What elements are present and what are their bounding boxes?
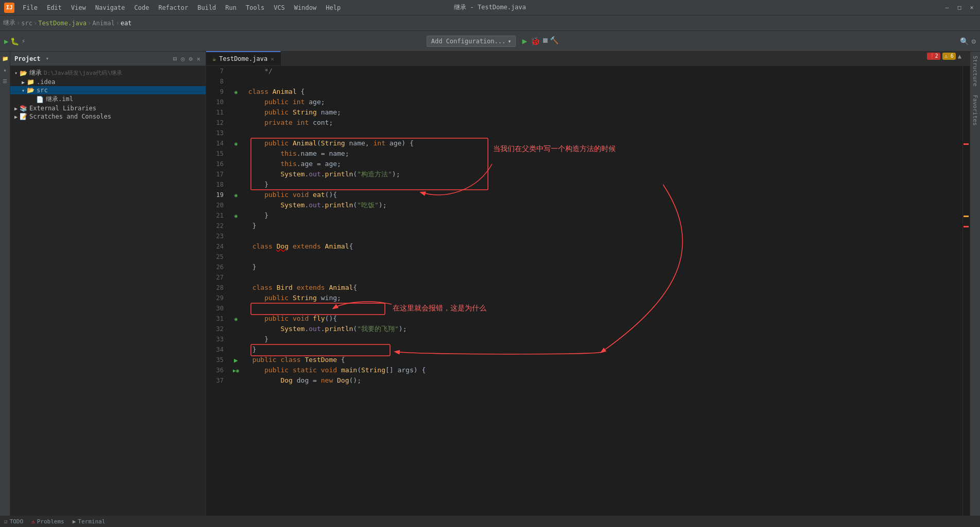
menu-window[interactable]: Window bbox=[290, 3, 320, 12]
breadcrumb-src[interactable]: src bbox=[21, 20, 32, 27]
dropdown-arrow-icon[interactable]: ▾ bbox=[46, 55, 49, 62]
window-title: 继承 - TestDome.java bbox=[454, 3, 526, 12]
debug-icon[interactable]: 🐛 bbox=[10, 37, 19, 45]
menu-build[interactable]: Build bbox=[193, 3, 220, 12]
code-line-28: class Bird extends Animal{ bbox=[244, 283, 962, 293]
project-icon[interactable]: 📁 bbox=[1, 54, 10, 63]
gutter-14[interactable]: ◉ bbox=[232, 138, 240, 149]
menu-help[interactable]: Help bbox=[322, 3, 345, 12]
tree-root[interactable]: ▾ 📂 继承 D:\Java研发\java代码\继承 bbox=[10, 68, 206, 78]
navigation-bar: 继承 › src › TestDome.java › Animal › eat bbox=[0, 15, 980, 31]
gutter-25 bbox=[232, 252, 240, 262]
code-line-10: public int age; bbox=[244, 97, 962, 107]
maximize-button[interactable]: □ bbox=[955, 4, 964, 12]
menu-navigate[interactable]: Navigate bbox=[91, 3, 129, 12]
code-line-9: class Animal { bbox=[244, 87, 962, 97]
gutter-23 bbox=[232, 231, 240, 241]
title-bar-left: IJ File Edit View Navigate Code Refactor… bbox=[4, 3, 345, 13]
expand-errors-icon[interactable]: ▲ bbox=[958, 53, 961, 60]
tree-iml-file[interactable]: 📄 继承.iml bbox=[10, 94, 206, 104]
gutter-30 bbox=[232, 303, 240, 314]
tree-idea-folder[interactable]: ▶ 📁 .idea bbox=[10, 78, 206, 86]
main-layout: 📁 ★ ☰ Project ▾ ⊟ ◎ ⚙ ✕ ▾ 📂 继承 D:\Java研发… bbox=[0, 52, 980, 516]
gear-icon[interactable]: ⚙ bbox=[188, 54, 194, 63]
menu-refactor[interactable]: Refactor bbox=[154, 3, 192, 12]
app-icon: IJ bbox=[4, 3, 14, 13]
line-num-22: 22 bbox=[206, 221, 228, 231]
tab-close-icon[interactable]: ✕ bbox=[271, 56, 274, 62]
locate-icon[interactable]: ◎ bbox=[180, 54, 185, 63]
run-icon[interactable]: ▶ bbox=[4, 37, 8, 45]
close-button[interactable]: ✕ bbox=[968, 4, 976, 12]
code-line-8 bbox=[244, 76, 962, 87]
breadcrumb-method[interactable]: eat bbox=[121, 20, 132, 27]
menu-edit[interactable]: Edit bbox=[43, 3, 66, 12]
run-config-dropdown[interactable]: Add Configuration... ▾ bbox=[427, 36, 516, 47]
breadcrumb-root[interactable]: 继承 bbox=[3, 19, 15, 27]
error-count-badge: ❗2 bbox=[927, 53, 940, 60]
build-button[interactable]: 🔨 bbox=[550, 36, 559, 46]
problems-tab[interactable]: ⚠ Problems bbox=[31, 518, 64, 525]
code-line-36: public static void main(String[] args) { bbox=[244, 365, 962, 375]
panel-icons: ⊟ ◎ ⚙ ✕ bbox=[172, 54, 201, 63]
gutter-35[interactable]: ▶ bbox=[232, 355, 240, 365]
favorites-tab[interactable]: Favorites bbox=[970, 91, 980, 130]
line-num-21: 21 bbox=[206, 210, 228, 221]
menu-bar: File Edit View Navigate Code Refactor Bu… bbox=[19, 3, 345, 12]
code-line-29: public String wing; bbox=[244, 293, 962, 303]
gutter-icons: ◉ ◉ ◉ ◉ bbox=[232, 66, 240, 516]
breadcrumb-file[interactable]: TestDome.java bbox=[38, 20, 87, 27]
breadcrumb-class[interactable]: Animal bbox=[92, 20, 114, 27]
run-button[interactable]: ▶ bbox=[520, 36, 529, 46]
line-num-14: 14 bbox=[206, 138, 228, 149]
tree-scratches[interactable]: ▶ 📝 Scratches and Consoles bbox=[10, 112, 206, 121]
scroll-gutter[interactable] bbox=[962, 66, 970, 516]
gutter-36[interactable]: ▶◉ bbox=[232, 365, 240, 375]
warn-marker-1 bbox=[964, 216, 969, 217]
error-indicators: ❗2 ⚠ 6 ▲ bbox=[927, 53, 961, 60]
settings-icon[interactable]: ⚙ bbox=[972, 37, 976, 45]
tree-src-folder[interactable]: ▾ 📂 src bbox=[10, 86, 206, 94]
title-bar: IJ File Edit View Navigate Code Refactor… bbox=[0, 0, 980, 15]
minimize-button[interactable]: — bbox=[943, 4, 951, 12]
gutter-12 bbox=[232, 118, 240, 128]
panel-close-icon[interactable]: ✕ bbox=[196, 54, 201, 63]
search-everywhere-icon[interactable]: 🔍 bbox=[960, 37, 969, 45]
structure-icon[interactable]: ☰ bbox=[1, 76, 10, 86]
menu-vcs[interactable]: VCS bbox=[269, 3, 289, 12]
gutter-34 bbox=[232, 344, 240, 355]
code-editor[interactable]: 7 8 9 10 11 12 13 14 15 16 17 18 19 20 2… bbox=[206, 66, 970, 516]
bookmark-icon[interactable]: ★ bbox=[1, 65, 10, 74]
menu-code[interactable]: Code bbox=[130, 3, 154, 12]
gutter-19[interactable]: ◉ bbox=[232, 190, 240, 200]
line-num-26: 26 bbox=[206, 262, 228, 272]
gutter-27 bbox=[232, 272, 240, 283]
gutter-21[interactable]: ◉ bbox=[232, 210, 240, 221]
code-content[interactable]: */ class Animal { public int age; public… bbox=[240, 66, 962, 516]
menu-view[interactable]: View bbox=[67, 3, 90, 12]
todo-tab[interactable]: ☑ TODO bbox=[4, 518, 23, 525]
gutter-17 bbox=[232, 169, 240, 179]
gutter-10 bbox=[232, 97, 240, 107]
terminal-tab[interactable]: ▶ Terminal bbox=[73, 518, 106, 525]
problems-icon: ⚠ bbox=[31, 518, 35, 525]
structure-tab[interactable]: Structure bbox=[970, 52, 980, 91]
gutter-9[interactable]: ◉ bbox=[232, 87, 240, 97]
gutter-31[interactable]: ◉ bbox=[232, 314, 240, 324]
collapse-all-icon[interactable]: ⊟ bbox=[172, 54, 178, 63]
toolbar-right: 🔍 ⚙ bbox=[960, 37, 976, 45]
tree-external-libs[interactable]: ▶ 📚 External Libraries bbox=[10, 104, 206, 112]
right-sidebar: Structure Favorites bbox=[970, 52, 980, 516]
profile-icon[interactable]: ⚡ bbox=[21, 37, 25, 45]
stop-button[interactable]: ⏹ bbox=[542, 36, 549, 46]
menu-run[interactable]: Run bbox=[221, 3, 241, 12]
menu-file[interactable]: File bbox=[19, 3, 42, 12]
menu-tools[interactable]: Tools bbox=[242, 3, 268, 12]
line-num-19: 19 bbox=[206, 190, 228, 200]
tab-testdome[interactable]: ☕ TestDome.java ✕ bbox=[206, 51, 281, 65]
code-line-27 bbox=[244, 272, 962, 283]
terminal-icon: ▶ bbox=[73, 518, 76, 525]
toolbar: ▶ 🐛 ⚡ Add Configuration... ▾ ▶ 🐞 ⏹ 🔨 🔍 ⚙ bbox=[0, 31, 980, 52]
debug-run-button[interactable]: 🐞 bbox=[530, 36, 540, 46]
gutter-37 bbox=[232, 375, 240, 386]
